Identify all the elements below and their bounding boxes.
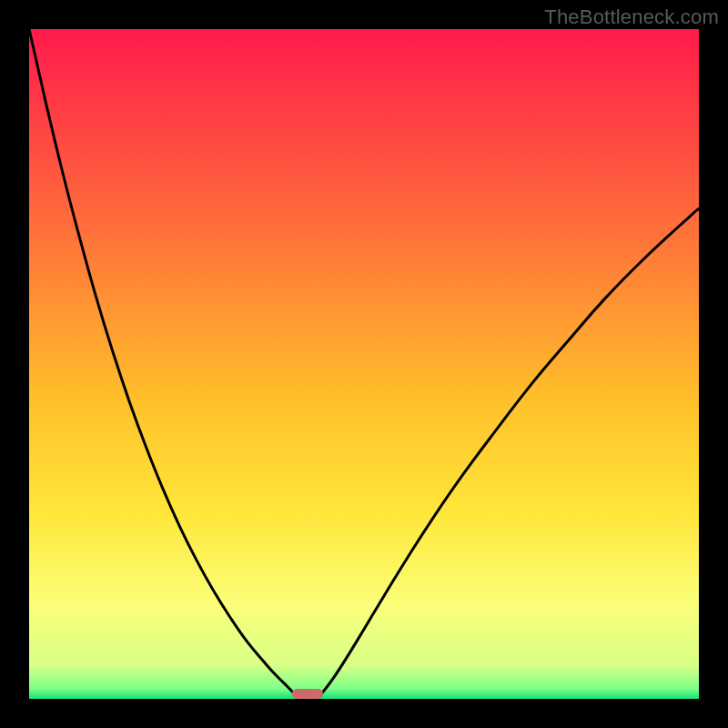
bottleneck-marker [292, 689, 323, 699]
chart-frame: TheBottleneck.com [0, 0, 728, 728]
curve-layer [29, 29, 699, 699]
right-curve [317, 208, 699, 699]
watermark-text: TheBottleneck.com [544, 5, 719, 29]
left-curve [29, 29, 299, 699]
plot-area [29, 29, 699, 699]
